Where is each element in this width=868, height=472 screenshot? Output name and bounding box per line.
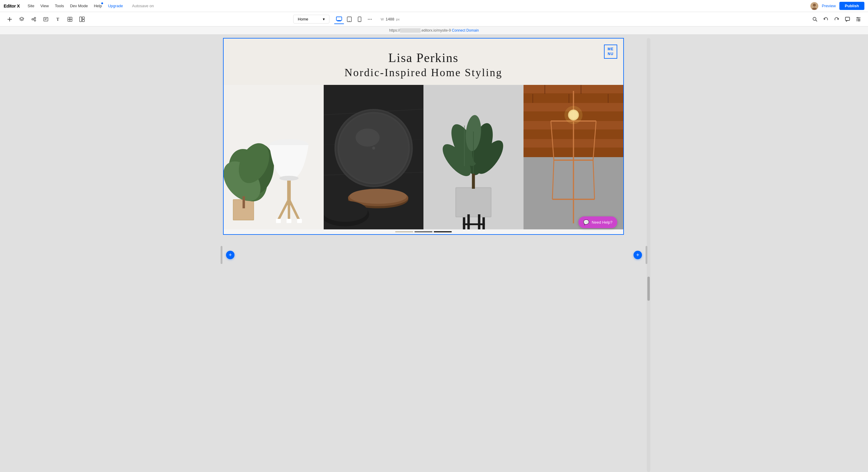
width-display: W 1488 px	[381, 17, 400, 21]
undo-button[interactable]	[821, 14, 831, 24]
svg-rect-11	[44, 18, 48, 21]
redo-button[interactable]	[832, 14, 841, 24]
right-handle-bar[interactable]	[646, 246, 647, 264]
media-button[interactable]	[65, 14, 75, 24]
add-section-left-button[interactable]: +	[226, 251, 235, 259]
svg-rect-19	[80, 17, 82, 22]
top-bar: Editor X Site View Tools Dev Mode Help U…	[0, 0, 868, 12]
preview-button[interactable]: Preview	[822, 4, 836, 8]
add-section-right-button[interactable]: +	[633, 251, 642, 259]
scroll-dot-3	[434, 231, 452, 232]
url-prefix: https://	[389, 28, 400, 33]
more-devices-btn[interactable]	[365, 14, 375, 24]
toolbar-center: Home ▾ W 1488 px	[293, 14, 400, 24]
help-badge	[101, 2, 103, 4]
svg-point-32	[371, 19, 372, 20]
zoom-button[interactable]	[810, 14, 820, 24]
svg-rect-82	[467, 214, 470, 229]
publish-button[interactable]: Publish	[839, 2, 864, 10]
svg-point-76	[324, 201, 368, 222]
svg-point-29	[359, 21, 360, 21]
photo-speaker	[324, 85, 424, 229]
site-title: Lisa Perkins	[236, 50, 611, 65]
svg-point-6	[32, 19, 33, 20]
pages-button[interactable]	[41, 14, 51, 24]
svg-rect-52	[243, 196, 245, 208]
menu-button[interactable]: MENU	[604, 44, 617, 59]
top-nav: Site View Tools Dev Mode Help Upgrade	[25, 0, 126, 12]
desktop-device-btn[interactable]	[334, 14, 344, 24]
need-help-button[interactable]: 💬 Need Help?	[578, 216, 617, 228]
svg-rect-21	[82, 20, 84, 22]
scrollbar-thumb[interactable]	[647, 277, 650, 301]
scroll-indicators	[224, 229, 623, 234]
svg-rect-57	[276, 219, 281, 223]
svg-rect-15	[68, 17, 70, 19]
nav-help[interactable]: Help	[91, 0, 105, 12]
svg-point-30	[368, 19, 369, 20]
chat-icon: 💬	[583, 220, 589, 225]
connect-button[interactable]	[29, 14, 38, 24]
url-redacted: ████████	[400, 28, 421, 33]
svg-point-1	[813, 4, 816, 7]
tablet-device-btn[interactable]	[344, 14, 354, 24]
nav-site[interactable]: Site	[25, 0, 37, 12]
nav-upgrade[interactable]: Upgrade	[105, 0, 126, 12]
need-help-label: Need Help?	[592, 220, 613, 225]
site-header: Lisa Perkins Nordic-Inspired Home Stylin…	[224, 38, 623, 85]
canvas-area: https://████████.editorx.io/mysite-9 Con…	[0, 27, 868, 472]
svg-point-33	[813, 17, 816, 20]
photo-grid	[224, 85, 623, 229]
svg-text:T: T	[56, 17, 59, 22]
svg-line-10	[33, 20, 34, 20]
svg-point-122	[564, 106, 582, 124]
svg-rect-20	[82, 17, 84, 19]
svg-point-41	[857, 17, 858, 18]
mobile-device-btn[interactable]	[355, 14, 364, 24]
svg-rect-35	[845, 17, 849, 21]
toolbar-right	[810, 14, 863, 24]
width-value: 1488	[385, 17, 394, 21]
svg-rect-58	[297, 219, 302, 223]
text-button[interactable]: T	[53, 14, 63, 24]
page-selector[interactable]: Home ▾	[293, 15, 330, 24]
svg-point-7	[34, 17, 36, 19]
svg-rect-86	[463, 223, 485, 225]
nav-devmode[interactable]: Dev Mode	[67, 0, 91, 12]
layers-button[interactable]	[17, 14, 27, 24]
scroll-dot-1	[395, 231, 413, 232]
svg-marker-5	[20, 17, 24, 20]
left-add-section: +	[226, 251, 235, 259]
comments-button[interactable]	[843, 14, 852, 24]
url-domain: .editorx.io/mysite-9	[421, 28, 452, 33]
svg-rect-83	[478, 214, 480, 229]
scroll-dot-2	[414, 231, 433, 232]
svg-point-31	[370, 19, 370, 20]
site-subtitle: Nordic-Inspired Home Styling	[236, 66, 611, 79]
svg-point-74	[349, 189, 407, 204]
svg-rect-95	[472, 174, 475, 189]
svg-rect-22	[336, 17, 342, 21]
svg-line-34	[815, 20, 817, 21]
svg-point-71	[372, 146, 375, 149]
width-unit: px	[396, 18, 400, 21]
svg-rect-16	[70, 17, 72, 19]
left-handle-bar[interactable]	[221, 246, 222, 264]
add-element-button[interactable]	[5, 14, 14, 24]
nav-view[interactable]: View	[37, 0, 52, 12]
nav-tools[interactable]: Tools	[52, 0, 67, 12]
photo-rack	[524, 85, 624, 229]
blocks-button[interactable]	[77, 14, 87, 24]
svg-line-9	[33, 19, 34, 19]
settings-button[interactable]	[854, 14, 863, 24]
photo-lamp	[224, 85, 324, 229]
url-bar: https://████████.editorx.io/mysite-9 Con…	[0, 27, 868, 35]
connect-domain-link[interactable]: Connect Domain	[452, 28, 478, 33]
user-avatar[interactable]	[810, 2, 818, 10]
right-add-section: +	[633, 251, 642, 259]
device-buttons	[334, 14, 375, 24]
page-frame-wrapper: + + Lisa Perkins Nordic-Inspired Home St…	[223, 38, 645, 472]
svg-point-27	[349, 21, 350, 21]
photo-plant	[424, 85, 524, 229]
svg-rect-59	[287, 219, 291, 223]
